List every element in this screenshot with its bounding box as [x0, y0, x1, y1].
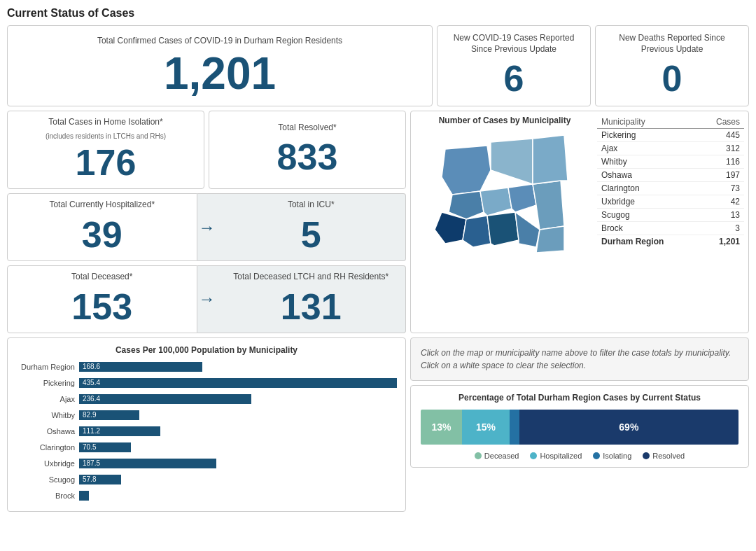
map-title: Number of Cases by Municipality — [439, 116, 571, 125]
bar-value: 70.5 — [81, 443, 96, 451]
deceased-ltch-value: 131 — [281, 287, 342, 327]
muni-name: Ajax — [597, 142, 698, 155]
bar-row: Clarington 70.5 — [16, 441, 397, 454]
table-row[interactable]: Clarington73 — [597, 182, 744, 195]
svg-marker-10 — [515, 212, 540, 247]
icu-card: Total in ICU* 5 — [217, 193, 407, 261]
legend-item: Isolating — [593, 452, 631, 460]
new-deaths-value: 0 — [662, 59, 682, 99]
page-title: Current Status of Cases — [7, 7, 749, 20]
table-row[interactable]: Whitby116 — [597, 155, 744, 169]
legend-item: Hospitalized — [530, 452, 582, 460]
bar-fill — [79, 491, 89, 501]
svg-marker-6 — [533, 135, 568, 184]
bar-value: 236.4 — [81, 395, 100, 403]
svg-marker-2 — [480, 188, 512, 216]
table-row[interactable]: Oshawa197 — [597, 169, 744, 182]
muni-cases: 73 — [698, 182, 744, 195]
total-confirmed-label: Total Confirmed Cases of COVID-19 in Dur… — [97, 36, 342, 47]
muni-cases: 42 — [698, 195, 744, 209]
resolved-card: Total Resolved* 833 — [209, 111, 406, 189]
muni-name: Clarington — [597, 182, 698, 195]
muni-cases: 13 — [698, 209, 744, 222]
muni-cases: 3 — [698, 222, 744, 235]
info-box: Click on the map or municipality name ab… — [410, 337, 749, 381]
bar-value: 111.2 — [81, 427, 100, 435]
durham-map[interactable] — [424, 128, 585, 296]
muni-cases: 445 — [698, 129, 744, 142]
hospitalized-value: 39 — [82, 215, 122, 255]
pct-title: Percentage of Total Durham Region Cases … — [421, 393, 738, 403]
bar-value: 187.5 — [81, 459, 100, 467]
bar-container: 111.2 — [79, 426, 397, 436]
table-row[interactable]: Brock3 — [597, 222, 744, 235]
bar-row: Pickering 435.4 — [16, 377, 397, 389]
home-isolation-label: Total Cases in Home Isolation* — [48, 117, 162, 128]
bar-container: 187.5 — [79, 459, 397, 468]
muni-name: Whitby — [597, 155, 698, 169]
legend-dot — [475, 452, 482, 459]
legend-item: Resolved — [643, 452, 685, 460]
deceased-ltch-row: Total Deceased* 153 → Total Deceased LTC… — [7, 265, 406, 333]
muni-name: Oshawa — [597, 169, 698, 182]
legend-item: Deceased — [475, 452, 519, 460]
svg-marker-4 — [533, 181, 564, 230]
bar-label: Whitby — [16, 411, 79, 419]
table-row[interactable]: Uxbridge42 — [597, 195, 744, 209]
barchart-title: Cases Per 100,000 Population by Municipa… — [16, 345, 397, 355]
svg-marker-0 — [442, 146, 491, 195]
legend-label: Hospitalized — [540, 452, 582, 460]
table-row[interactable]: Ajax312 — [597, 142, 744, 155]
legend-dot — [530, 452, 537, 459]
col-header-cases: Cases — [698, 116, 744, 129]
legend-dot — [593, 452, 600, 459]
pct-segment: 69% — [519, 410, 738, 445]
deceased-card: Total Deceased* 153 — [7, 265, 197, 333]
hospitalized-label: Total Currently Hospitalized* — [49, 200, 155, 211]
bar-label: Scugog — [16, 475, 79, 484]
bar-container: 82.9 — [79, 410, 397, 420]
map-section: Number of Cases by Municipality — [410, 111, 749, 333]
resolved-label: Total Resolved* — [278, 123, 336, 134]
bar-label: Oshawa — [16, 427, 79, 435]
home-isolation-card: Total Cases in Home Isolation* (includes… — [7, 111, 204, 189]
bar-fill: 236.4 — [79, 394, 251, 404]
bar-fill: 57.8 — [79, 475, 121, 484]
bar-row: Ajax 236.4 — [16, 393, 397, 405]
svg-marker-9 — [487, 212, 519, 246]
bar-container: 70.5 — [79, 442, 397, 452]
muni-name: Pickering — [597, 129, 698, 142]
dec-to-ltch-arrow: → — [197, 265, 217, 333]
deceased-ltch-card: Total Deceased LTCH and RH Residents* 13… — [217, 265, 407, 333]
bar-value: 57.8 — [81, 475, 96, 483]
pct-legend: Deceased Hospitalized Isolating Resolved — [421, 452, 738, 460]
bar-fill: 111.2 — [79, 426, 160, 436]
icu-label: Total in ICU* — [288, 200, 335, 211]
bar-label: Uxbridge — [16, 459, 79, 468]
table-row[interactable]: Pickering445 — [597, 129, 744, 142]
home-isolation-subtitle: (includes residents in LTCHs and RHs) — [46, 132, 166, 140]
svg-marker-11 — [536, 226, 564, 253]
pct-bar: 13%15%69% — [421, 410, 738, 445]
muni-name: Scugog — [597, 209, 698, 222]
new-cases-label: New COVID-19 Cases Reported Since Previo… — [447, 33, 580, 55]
legend-label: Resolved — [652, 452, 685, 460]
bar-row: Uxbridge 187.5 — [16, 457, 397, 470]
svg-marker-3 — [508, 184, 536, 212]
svg-marker-5 — [491, 139, 533, 184]
bar-fill: 82.9 — [79, 410, 139, 420]
new-deaths-card: New Deaths Reported Since Previous Updat… — [595, 25, 749, 106]
bar-label: Clarington — [16, 443, 79, 452]
bar-row: Durham Region 168.6 — [16, 361, 397, 373]
bar-row: Brock — [16, 489, 397, 502]
bar-container: 236.4 — [79, 394, 397, 404]
resolved-value: 833 — [277, 137, 338, 177]
bar-container — [79, 491, 397, 501]
icu-value: 5 — [301, 215, 321, 255]
home-isolation-value: 176 — [76, 143, 136, 183]
muni-cases: 312 — [698, 142, 744, 155]
total-confirmed-value: 1,201 — [164, 51, 276, 96]
muni-name: Brock — [597, 222, 698, 235]
table-row[interactable]: Scugog13 — [597, 209, 744, 222]
bar-row: Scugog 57.8 — [16, 473, 397, 486]
